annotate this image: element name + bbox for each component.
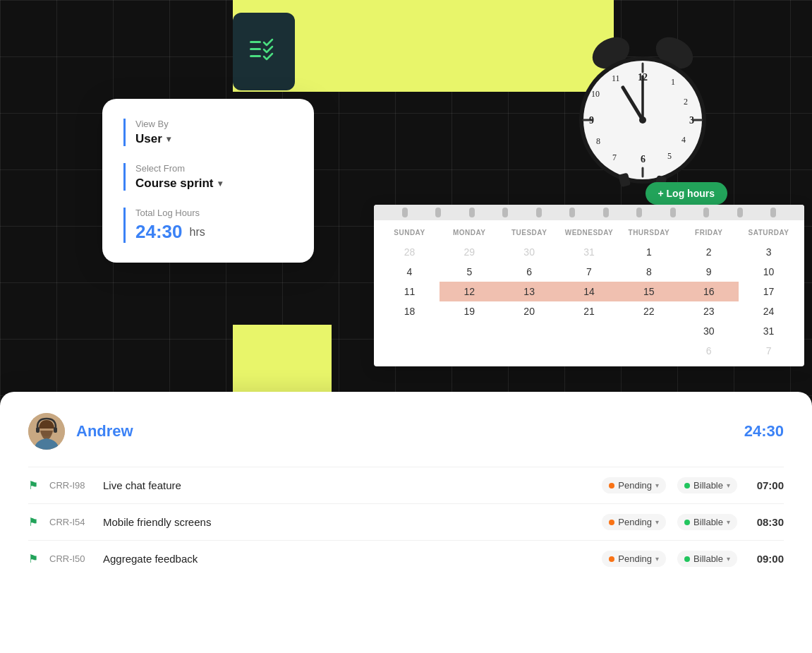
status-dot [609, 520, 614, 525]
billable-chevron: ▾ [727, 518, 730, 526]
task-row: ⚑ CRR-I98 Live chat feature Pending ▾ Bi… [28, 467, 784, 503]
billable-chevron: ▾ [727, 481, 730, 489]
billable-label: Billable [693, 480, 723, 491]
view-by-arrow: ▾ [166, 134, 171, 144]
task-id: CRR-I50 [49, 553, 92, 564]
task-row: ⚑ CRR-I50 Aggregate feedback Pending ▾ B… [28, 540, 784, 577]
select-from-label: Select From [135, 163, 293, 174]
status-label: Pending [618, 517, 652, 527]
svg-text:6: 6 [641, 154, 646, 164]
svg-text:11: 11 [612, 73, 620, 83]
svg-point-25 [639, 116, 646, 124]
view-by-label: View By [135, 119, 293, 129]
filter-card: View By User ▾ Select From Course sprint… [102, 99, 314, 263]
task-name: Live chat feature [103, 479, 590, 491]
task-id: CRR-I98 [49, 480, 92, 491]
task-time: 09:00 [749, 553, 784, 565]
svg-text:3: 3 [689, 115, 694, 126]
svg-rect-0 [250, 41, 261, 43]
calendar-row: 28 29 30 31 1 2 3 [380, 242, 799, 262]
svg-text:10: 10 [591, 89, 600, 99]
svg-rect-30 [36, 427, 40, 433]
task-row: ⚑ CRR-I54 Mobile friendly screens Pendin… [28, 503, 784, 540]
status-badge[interactable]: Pending ▾ [602, 514, 666, 530]
status-chevron: ▾ [655, 555, 659, 563]
task-name: Mobile friendly screens [103, 516, 590, 528]
user-total-time: 24:30 [744, 422, 784, 441]
billable-badge[interactable]: Billable ▾ [677, 477, 737, 493]
total-log-hours-label: Total Log Hours [135, 208, 293, 218]
user-row: Andrew 24:30 [28, 413, 784, 450]
flag-icon: ⚑ [28, 479, 38, 492]
billable-label: Billable [693, 553, 723, 564]
calendar-row: 6 7 [380, 341, 799, 361]
task-name: Aggregate feedback [103, 553, 590, 565]
billable-dot [684, 556, 690, 562]
select-from-section: Select From Course sprint ▾ [123, 163, 293, 191]
billable-dot [684, 520, 690, 525]
yellow-accent-mid [233, 325, 332, 395]
status-badge[interactable]: Pending ▾ [602, 477, 666, 493]
billable-badge[interactable]: Billable ▾ [677, 551, 737, 567]
task-id: CRR-I54 [49, 517, 92, 527]
clock-area: 12 3 6 9 1 2 4 5 7 8 10 11 + Log hours [572, 14, 713, 212]
svg-text:1: 1 [671, 77, 675, 87]
view-by-value[interactable]: User ▾ [135, 132, 293, 146]
svg-text:4: 4 [681, 135, 686, 145]
flag-icon: ⚑ [28, 552, 38, 565]
status-chevron: ▾ [655, 481, 659, 489]
status-label: Pending [618, 480, 652, 491]
flag-icon: ⚑ [28, 515, 38, 529]
calendar-spiral [374, 205, 804, 220]
avatar [28, 413, 65, 450]
app-icon-box [233, 13, 295, 90]
calendar-header: SUNDAY MONDAY TUESDAY WEDNESDAY THURSDAY… [380, 226, 799, 239]
svg-rect-31 [54, 427, 57, 433]
svg-text:5: 5 [667, 151, 672, 161]
svg-text:7: 7 [612, 152, 617, 162]
billable-dot [684, 483, 690, 489]
select-from-arrow: ▾ [218, 179, 222, 188]
calendar-row: 30 31 [380, 321, 799, 341]
svg-rect-2 [250, 55, 261, 57]
svg-text:9: 9 [589, 115, 594, 126]
select-from-value[interactable]: Course sprint ▾ [135, 176, 293, 191]
view-by-section: View By User ▾ [123, 119, 293, 146]
calendar-row: 11 12 13 14 15 16 17 [380, 282, 799, 301]
calendar-row: 4 5 6 7 8 9 10 [380, 262, 799, 282]
calendar-row: 18 19 20 21 22 23 24 [380, 301, 799, 321]
status-dot [609, 483, 614, 489]
status-dot [609, 556, 614, 562]
task-time: 08:30 [749, 516, 784, 528]
billable-label: Billable [693, 517, 723, 527]
avatar-image [28, 413, 65, 450]
log-hours-button[interactable]: + Log hours [646, 182, 728, 205]
total-log-hours-section: Total Log Hours 24:30 hrs [123, 208, 293, 243]
status-label: Pending [618, 553, 652, 564]
svg-text:2: 2 [684, 97, 688, 107]
svg-rect-1 [250, 48, 261, 50]
billable-badge[interactable]: Billable ▾ [677, 514, 737, 530]
bottom-panel: Andrew 24:30 ⚑ CRR-I98 Live chat feature… [0, 392, 812, 653]
clock-illustration: 12 3 6 9 1 2 4 5 7 8 10 11 [572, 14, 713, 198]
calendar: SUNDAY MONDAY TUESDAY WEDNESDAY THURSDAY… [374, 205, 804, 366]
status-badge[interactable]: Pending ▾ [602, 551, 666, 567]
total-log-hours-value: 24:30 hrs [135, 221, 293, 243]
user-name: Andrew [76, 422, 133, 441]
task-time: 07:00 [749, 479, 784, 491]
status-chevron: ▾ [655, 518, 659, 526]
billable-chevron: ▾ [727, 555, 730, 563]
checklist-icon [250, 38, 278, 65]
svg-text:8: 8 [596, 136, 600, 146]
calendar-grid: SUNDAY MONDAY TUESDAY WEDNESDAY THURSDAY… [374, 220, 804, 366]
